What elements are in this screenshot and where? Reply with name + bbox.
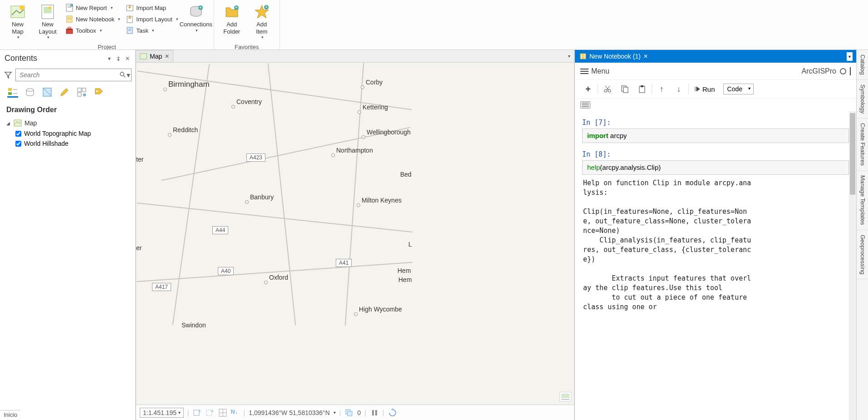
new-report-button[interactable]: +New Report [64, 3, 122, 13]
svg-point-4 [49, 6, 51, 9]
side-panel-tab[interactable]: Geoprocessing [857, 230, 868, 279]
svg-point-28 [120, 72, 124, 76]
run-button[interactable]: Run [691, 85, 719, 93]
map-canvas[interactable]: BirminghamCoventryCorbyKetteringRedditch… [136, 63, 574, 405]
map-city-label: Northampton [331, 147, 373, 154]
side-panel-tab[interactable]: Catalog [857, 50, 868, 80]
right-panels: CatalogSymbologyCreate FeaturesManage Te… [856, 50, 868, 420]
add-folder-button[interactable]: + AddFolder [218, 3, 246, 40]
search-icon[interactable]: ▾ [118, 69, 131, 81]
move-up-button[interactable]: ↑ [654, 83, 669, 95]
contents-header: Contents ▾ ✕ [0, 50, 135, 67]
import-map-button[interactable]: Import Map [124, 3, 180, 13]
new-map-button[interactable]: NewMap [4, 3, 32, 40]
cell-output: Help on function Clip in module arcpy.an… [579, 175, 853, 316]
scrollbar-thumb[interactable] [850, 113, 855, 195]
move-down-button[interactable]: ↓ [671, 83, 687, 95]
side-panel-tab[interactable]: Manage Templates [857, 171, 868, 230]
import-layout-button[interactable]: Import Layout [124, 14, 180, 24]
basemap-attribution-icon[interactable] [559, 392, 571, 402]
close-icon[interactable]: ✕ [124, 55, 131, 62]
toolbox-button[interactable]: Toolbox [64, 25, 122, 35]
collapse-arrow-icon[interactable]: ◢ [6, 121, 11, 126]
selection-count-icon[interactable] [344, 408, 353, 417]
map-city-label: er [136, 244, 142, 252]
kernel-indicator[interactable]: ArcGISPro [802, 67, 851, 75]
layer-item[interactable]: World Hillshade [15, 138, 129, 148]
refresh-icon[interactable] [388, 408, 397, 417]
ribbon-group-favorites: + AddFolder + AddItem Favorites [214, 0, 280, 49]
zoom-fixed-icon[interactable]: + [193, 408, 202, 417]
keyboard-icon[interactable] [580, 101, 590, 109]
search-input[interactable] [16, 69, 118, 81]
connections-button[interactable]: + Connections [182, 3, 210, 40]
snapping-icon[interactable]: N↓ [231, 408, 240, 417]
map-tab-label: Map [150, 53, 162, 60]
layer-checkbox[interactable] [15, 131, 21, 137]
svg-text:+: + [83, 93, 85, 97]
tab-menu-icon[interactable]: ▾ [568, 54, 570, 59]
svg-text:+: + [198, 409, 201, 414]
map-city-label: Oxford [264, 274, 288, 281]
add-item-button[interactable]: + AddItem [248, 3, 276, 40]
map-tab[interactable]: Map ✕ [136, 50, 173, 62]
list-by-source-icon[interactable] [25, 87, 35, 98]
menu-button[interactable]: Menu [580, 67, 609, 75]
toc-toolbar: + [0, 83, 135, 101]
toc-section: Drawing Order ◢ Map World Topographic Ma… [0, 101, 135, 153]
zoom-selection-icon[interactable]: + [206, 408, 215, 417]
folder-icon: + [224, 4, 240, 20]
layer-item[interactable]: World Topographic Map [15, 128, 129, 138]
notebook-menu-row: Menu ArcGISPro [575, 63, 856, 80]
pin-icon[interactable] [115, 55, 122, 62]
notebook-body[interactable]: In [7]:import arcpyIn [8]:help(arcpy.ana… [575, 111, 856, 420]
notebook-cell[interactable]: In [7]:import arcpy [579, 119, 853, 143]
side-panel-tab[interactable]: Symbology [857, 80, 868, 119]
cell-type-select[interactable]: Code [723, 84, 754, 94]
grid-icon[interactable] [218, 408, 227, 417]
task-icon [126, 26, 134, 35]
close-icon[interactable]: ✕ [165, 53, 169, 59]
road-label: A423 [246, 153, 265, 162]
scale-input[interactable]: 1:1.451.195▾ [140, 408, 184, 418]
notebook-tab[interactable]: [] New Notebook (1) ✕ [575, 50, 652, 63]
side-panel-tab[interactable]: Create Features [857, 119, 868, 171]
cell-code[interactable]: import arcpy [582, 128, 849, 143]
scrollbar[interactable] [849, 111, 856, 420]
kernel-status-icon [840, 68, 846, 74]
map-tree-item[interactable]: ◢ Map [6, 118, 129, 128]
dropdown-icon[interactable]: ▾ [106, 55, 113, 62]
notebook-tab-label: New Notebook (1) [589, 53, 641, 60]
close-icon[interactable]: ✕ [643, 53, 648, 59]
import-layout-icon [126, 15, 134, 23]
list-by-snapping-icon[interactable]: + [76, 87, 87, 98]
pause-icon[interactable] [370, 408, 379, 417]
coordinates-display[interactable]: 1,0991436°W 51,5810336°N [249, 409, 330, 416]
svg-text:+: + [71, 4, 73, 7]
notebook-toolbar: + ↑ ↓ Run Code [575, 80, 856, 99]
notebook-cell[interactable]: In [8]:help(arcpy.analysis.Clip)Help on … [579, 150, 853, 316]
copy-button[interactable] [617, 83, 633, 95]
add-cell-button[interactable]: + [580, 83, 596, 95]
new-notebook-button[interactable]: New Notebook [64, 14, 122, 24]
list-by-editing-icon[interactable] [59, 87, 70, 98]
coord-menu-icon[interactable]: ▾ [333, 410, 336, 415]
svg-text:+: + [265, 5, 268, 10]
task-button[interactable]: Task [124, 25, 180, 35]
list-by-selection-icon[interactable] [42, 87, 53, 98]
filter-icon[interactable] [4, 70, 13, 79]
svg-rect-13 [66, 30, 73, 34]
paste-button[interactable] [634, 83, 650, 95]
layer-label: World Hillshade [24, 140, 69, 147]
selection-count: 0 [357, 409, 361, 416]
list-by-drawing-order-icon[interactable] [7, 87, 18, 98]
list-by-labeling-icon[interactable] [93, 87, 104, 98]
svg-rect-68 [623, 87, 628, 93]
map-tab-icon [140, 53, 147, 60]
cut-button[interactable] [600, 83, 615, 95]
map-city-label: Wellingborough [362, 128, 411, 136]
new-layout-button[interactable]: NewLayout [34, 3, 62, 40]
layer-checkbox[interactable] [15, 141, 21, 147]
tab-menu-icon[interactable]: ▾ [847, 52, 853, 61]
cell-code[interactable]: help(arcpy.analysis.Clip) [582, 160, 849, 175]
